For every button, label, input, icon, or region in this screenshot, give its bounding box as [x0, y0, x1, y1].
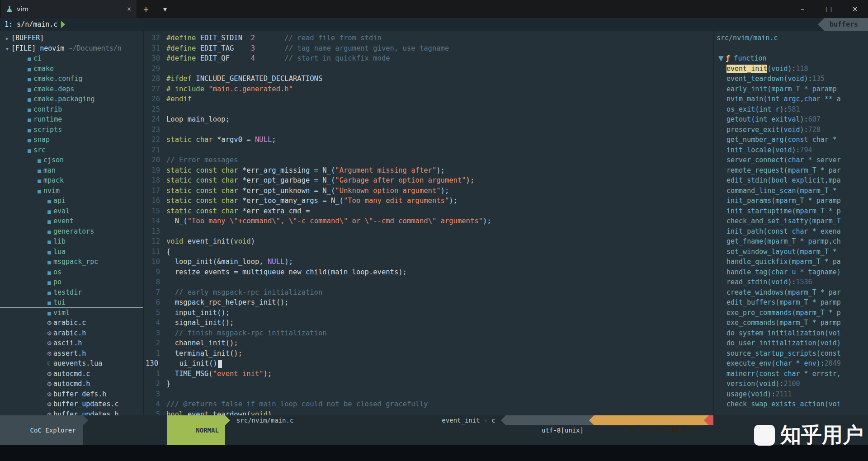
vista-item[interactable]: set_window_layout(mparm_T * [714, 247, 868, 257]
vista-item[interactable]: getout(int exitval):607 [714, 114, 868, 125]
tree-item-src[interactable]: ■src [0, 145, 143, 155]
tree-item-cmake[interactable]: ■cmake [0, 64, 143, 74]
code-line[interactable]: 8 [144, 277, 713, 287]
vista-item[interactable]: event_init(void):118 [714, 64, 868, 74]
vista-item[interactable]: handle_quickfix(mparm_T * pa [714, 257, 868, 267]
vista-item[interactable]: init_startuptime(mparm_T * p [714, 206, 868, 216]
tree-item-ci[interactable]: ■ci [0, 53, 143, 64]
tree-item-autocmd.h[interactable]: ⚙autocmd.h [0, 379, 143, 389]
vista-item[interactable]: check_and_set_isatty(mparm_T [714, 216, 868, 226]
tree-item-generators[interactable]: ■generators [0, 226, 143, 237]
code-line[interactable]: 15static const char *err_extra_cmd = [144, 206, 713, 216]
tree-item-viml[interactable]: ■viml [0, 308, 143, 318]
vista-item[interactable]: edit_buffers(mparm_T * parmp [714, 297, 868, 308]
vista-item[interactable]: check_swap_exists_action(voi [714, 399, 868, 409]
code-line[interactable]: 5 input_init(); [144, 308, 713, 318]
vista-item[interactable]: os_exit(int r):581 [714, 104, 868, 115]
code-line[interactable]: 28#ifdef INCLUDE_GENERATED_DECLARATIONS [144, 74, 713, 84]
minimize-button[interactable]: – [789, 0, 816, 18]
tree-item-cmake.packaging[interactable]: ■cmake.packaging [0, 94, 143, 104]
vista-item[interactable]: preserve_exit(void):728 [714, 125, 868, 135]
code-line[interactable]: 19static const char *err_arg_missing = N… [144, 165, 713, 176]
vim-tab-current[interactable]: 1: s/n/main.c [0, 20, 57, 28]
code-line[interactable]: 13 [144, 226, 713, 237]
tree-item-msgpack-rpc[interactable]: ■msgpack_rpc [0, 257, 143, 267]
code-line[interactable]: 12void event_init(void) [144, 236, 713, 247]
code-line[interactable]: 25 [144, 104, 713, 115]
code-line[interactable]: 2 channel_init(); [144, 338, 713, 348]
tree-item-contrib[interactable]: ■contrib [0, 104, 143, 115]
code-line[interactable]: 5bool event_teardown(void) [144, 409, 713, 416]
code-line[interactable]: 31#define EDIT_TAG 3 // tag name argumen… [144, 43, 713, 54]
tree-item-tui[interactable]: ■tui [0, 297, 143, 308]
code-line[interactable]: 4/// @returns false if main_loop could n… [144, 399, 713, 409]
close-button[interactable]: × [842, 0, 868, 18]
new-tab-button[interactable]: + [137, 0, 156, 18]
code-line[interactable]: 14 N_("Too many \"+command\", \"-c comma… [144, 216, 713, 226]
vista-item[interactable]: mainerr(const char * errstr, [714, 369, 868, 379]
vista-item[interactable]: execute_env(char * env):2049 [714, 358, 868, 369]
tree-item-arabic.c[interactable]: ⚙arabic.c [0, 318, 143, 328]
code-line[interactable]: 21 [144, 145, 713, 155]
tree-item-auevents.lua[interactable]: ☾auevents.lua [0, 358, 143, 369]
vista-item[interactable]: event_teardown(void):135 [714, 74, 868, 84]
vista-group[interactable]: ▼ ƒ function [714, 53, 868, 64]
tree-item-lua[interactable]: ■lua [0, 247, 143, 257]
vista-item[interactable]: get_fname(mparm_T * parmp,ch [714, 236, 868, 247]
vista-item[interactable]: init_params(mparm_T * paramp [714, 196, 868, 206]
code-line[interactable]: 4 signal_init(); [144, 318, 713, 328]
tree-item-nvim[interactable]: ■nvim [0, 186, 143, 196]
tab-dropdown-button[interactable]: ▾ [156, 0, 175, 18]
code-line[interactable]: 1 TIME_MSG("event init"); [144, 369, 713, 379]
code-line[interactable]: 130 ui_init() [144, 358, 713, 369]
vista-item[interactable]: source_startup_scripts(const [714, 348, 868, 359]
vista-item[interactable]: early_init(mparm_T * paramp [714, 84, 868, 94]
code-line[interactable]: 22static char *argv0 = NULL; [144, 135, 713, 145]
vista-item[interactable]: get_number_arg(const char * [714, 135, 868, 145]
code-line[interactable]: 11{ [144, 247, 713, 257]
tree-item-buffer-updates.h[interactable]: ⚙buffer_updates.h [0, 409, 143, 416]
vista-item[interactable]: do_system_initialization(voi [714, 328, 868, 339]
tree-item-api[interactable]: ■api [0, 196, 143, 206]
code-line[interactable]: 7 // early msgpack-rpc initialization [144, 287, 713, 298]
code-line[interactable]: 30#define EDIT_QF 4 // start in quickfix… [144, 53, 713, 64]
vista-item[interactable]: do_user_initialization(void) [714, 338, 868, 348]
tree-item-runtime[interactable]: ■runtime [0, 114, 143, 125]
vista-item[interactable]: nvim_main(int argc,char ** a [714, 94, 868, 104]
code-line[interactable]: 32#define EDIT_STDIN 2 // read file from… [144, 33, 713, 43]
vista-item[interactable]: read_stdin(void):1536 [714, 277, 868, 287]
tree-item-lib[interactable]: ■lib [0, 236, 143, 247]
code-line[interactable]: 16static const char *err_too_many_args =… [144, 196, 713, 206]
tree-item-scripts[interactable]: ■scripts [0, 125, 143, 135]
editor-area[interactable]: 32#define EDIT_STDIN 2 // read file from… [144, 31, 713, 415]
tree-item-os[interactable]: ■os [0, 267, 143, 278]
tree-item-arabic.h[interactable]: ⚙arabic.h [0, 328, 143, 339]
tree-item-cmake.deps[interactable]: ■cmake.deps [0, 84, 143, 94]
tree-item-snap[interactable]: ■snap [0, 135, 143, 145]
terminal-tab-vim[interactable]: vim × [1, 0, 137, 18]
close-tab-icon[interactable]: × [127, 5, 131, 13]
tree-item-cjson[interactable]: ■cjson [0, 155, 143, 165]
tree-item--buffer-[interactable]: ▸[BUFFER] [0, 33, 143, 43]
code-line[interactable]: 3 // finish msgpack-rpc initialization [144, 328, 713, 339]
tree-item-eval[interactable]: ■eval [0, 206, 143, 216]
vista-item[interactable]: init_path(const char * exena [714, 226, 868, 237]
vista-item[interactable]: exe_pre_commands(mparm_T * p [714, 308, 868, 318]
tree-item-mpack[interactable]: ■mpack [0, 175, 143, 186]
maximize-button[interactable]: □ [816, 0, 842, 18]
code-line[interactable]: 18static const char *err_opt_garbage = N… [144, 175, 713, 186]
vista-file-header[interactable]: src/nvim/main.c [714, 33, 868, 43]
vista-item[interactable]: command_line_scan(mparm_T * [714, 186, 868, 196]
tree-item--file-neovim[interactable]: ▾[FILE] neovim ~/Documents/n [0, 43, 143, 54]
code-line[interactable]: 27# include "main.c.generated.h" [144, 84, 713, 94]
code-line[interactable]: 20// Error messages [144, 155, 713, 165]
tree-item-assert.h[interactable]: ⚙assert.h [0, 348, 143, 359]
vista-item[interactable]: init_locale(void):794 [714, 145, 868, 155]
tree-item-event[interactable]: ■event [0, 216, 143, 226]
tree-item-ascii.h[interactable]: ⚙ascii.h [0, 338, 143, 348]
command-line[interactable] [0, 445, 868, 461]
tree-item-buffer-defs.h[interactable]: ⚙buffer_defs.h [0, 389, 143, 400]
vista-item[interactable]: exe_commands(mparm_T * parmp [714, 318, 868, 328]
code-line[interactable]: 9 resize_events = multiqueue_new_child(m… [144, 267, 713, 278]
code-line[interactable]: 10 loop_init(&main_loop, NULL); [144, 257, 713, 267]
